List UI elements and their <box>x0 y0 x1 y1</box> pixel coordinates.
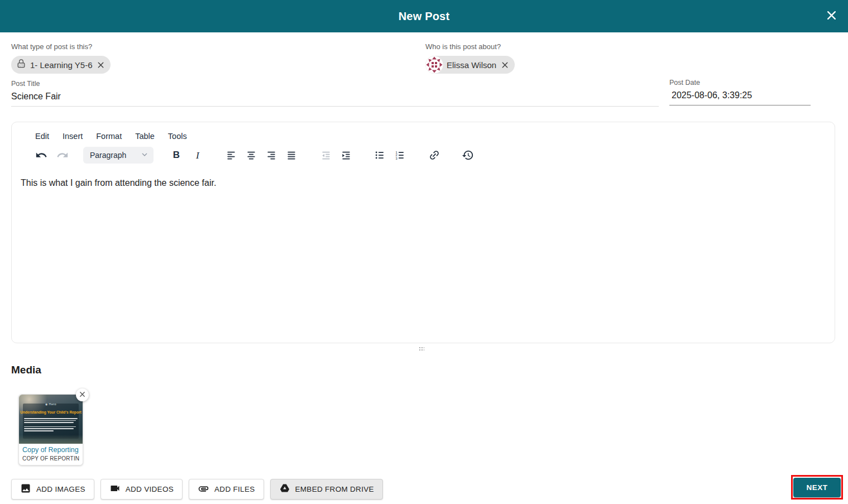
align-right-button[interactable] <box>263 147 280 164</box>
menu-insert[interactable]: Insert <box>61 131 84 142</box>
indent-button[interactable] <box>338 147 354 164</box>
media-file-subtitle: COPY OF REPORTING SL <box>22 455 79 462</box>
dialog-header: New Post <box>0 0 848 32</box>
menu-tools[interactable]: Tools <box>167 131 188 142</box>
post-about-chip[interactable]: Elissa Wilson <box>425 56 515 74</box>
image-icon <box>20 483 31 496</box>
post-date-field: Post Date <box>669 79 811 105</box>
add-files-button[interactable]: ADD FILES <box>189 479 263 500</box>
post-title-input[interactable] <box>11 88 659 107</box>
post-about-chip-label: Elissa Wilson <box>447 60 496 70</box>
post-about-label: Who is this post about? <box>425 42 515 51</box>
editor-content[interactable]: This is what I gain from attending the s… <box>12 167 835 335</box>
media-thumbnail: Hero Understanding Your Child's Report <box>19 395 83 444</box>
bullet-list-icon <box>374 150 385 161</box>
new-post-dialog: New Post What type of post is this? <box>0 0 848 504</box>
embed-from-drive-button[interactable]: EMBED FROM DRIVE <box>270 479 383 500</box>
menu-table[interactable]: Table <box>134 131 156 142</box>
align-right-icon <box>266 150 277 161</box>
student-avatar <box>425 56 443 74</box>
svg-text:3: 3 <box>396 157 397 160</box>
bold-button[interactable]: B <box>168 147 185 164</box>
link-icon <box>428 149 440 161</box>
align-left-button[interactable] <box>223 147 239 164</box>
align-center-button[interactable] <box>243 147 260 164</box>
undo-button[interactable] <box>33 147 50 164</box>
paragraph-format-label: Paragraph <box>90 151 126 160</box>
indent-icon <box>341 150 352 161</box>
post-about-field: Who is this post about? Elissa Wilson <box>425 42 515 76</box>
post-title-field: Post Title <box>11 80 659 107</box>
outdent-button[interactable] <box>318 147 334 164</box>
align-center-icon <box>246 150 257 161</box>
editor-toolbar: Paragraph B I <box>12 143 835 167</box>
next-button-highlight: NEXT <box>791 475 843 500</box>
thumbnail-title: Understanding Your Child's Report <box>19 410 83 414</box>
italic-icon: I <box>196 150 199 161</box>
editor-resize-handle[interactable] <box>419 347 424 352</box>
rich-text-editor: Edit Insert Format Table Tools Paragraph <box>11 122 835 343</box>
post-type-field: What type of post is this? 1- Learning Y… <box>11 42 111 74</box>
redo-icon <box>56 149 69 161</box>
media-item[interactable]: Hero Understanding Your Child's Report C… <box>18 394 83 465</box>
paragraph-format-select[interactable]: Paragraph <box>83 147 154 164</box>
media-heading: Media <box>11 364 41 376</box>
embed-from-drive-label: EMBED FROM DRIVE <box>295 485 374 493</box>
undo-icon <box>35 149 47 161</box>
numbered-list-icon: 123 <box>394 150 405 161</box>
close-button[interactable] <box>825 9 838 23</box>
remove-media-icon <box>79 391 85 399</box>
link-button[interactable] <box>426 147 443 164</box>
lock-icon <box>16 58 27 71</box>
chevron-down-icon <box>140 150 149 161</box>
redo-button[interactable] <box>54 147 71 164</box>
media-file-link[interactable]: Copy of Reporting… <box>22 446 79 454</box>
media-caption: Copy of Reporting… COPY OF REPORTING SL <box>19 444 83 465</box>
remove-post-about-icon[interactable] <box>500 60 509 69</box>
paperclip-icon <box>198 483 209 496</box>
restore-draft-icon <box>462 149 474 161</box>
bullet-list-button[interactable] <box>371 147 388 164</box>
add-images-label: ADD IMAGES <box>36 485 85 493</box>
thumbnail-logo: Hero <box>19 402 83 406</box>
dialog-title: New Post <box>399 10 450 23</box>
videocam-icon <box>109 483 121 496</box>
post-type-chip[interactable]: 1- Learning Y5-6 <box>11 56 111 74</box>
post-date-input[interactable] <box>669 87 811 105</box>
media-action-bar: ADD IMAGES ADD VIDEOS ADD FILES EMBED FR… <box>11 479 383 500</box>
post-date-label: Post Date <box>669 79 811 87</box>
align-left-icon <box>226 150 237 161</box>
numbered-list-button[interactable]: 123 <box>391 147 408 164</box>
post-type-label: What type of post is this? <box>11 42 111 51</box>
add-videos-button[interactable]: ADD VIDEOS <box>100 479 183 500</box>
outdent-icon <box>320 150 332 161</box>
add-videos-label: ADD VIDEOS <box>126 485 174 493</box>
menu-format[interactable]: Format <box>95 131 123 142</box>
remove-post-type-icon[interactable] <box>96 60 105 69</box>
close-icon <box>826 10 837 22</box>
thumbnail-text-lines <box>24 418 78 433</box>
add-files-label: ADD FILES <box>214 485 255 493</box>
remove-media-button[interactable] <box>76 388 89 401</box>
next-button[interactable]: NEXT <box>793 478 841 497</box>
justify-button[interactable] <box>283 147 300 164</box>
editor-paragraph: This is what I gain from attending the s… <box>21 177 826 189</box>
italic-button[interactable]: I <box>189 147 206 164</box>
drive-icon <box>279 483 290 496</box>
restore-draft-button[interactable] <box>459 147 476 164</box>
post-type-chip-label: 1- Learning Y5-6 <box>30 60 92 70</box>
bold-icon: B <box>173 150 180 161</box>
justify-icon <box>286 150 297 161</box>
add-images-button[interactable]: ADD IMAGES <box>11 479 94 500</box>
editor-menubar: Edit Insert Format Table Tools <box>12 122 835 143</box>
menu-edit[interactable]: Edit <box>34 131 50 142</box>
post-title-label: Post Title <box>11 80 659 88</box>
